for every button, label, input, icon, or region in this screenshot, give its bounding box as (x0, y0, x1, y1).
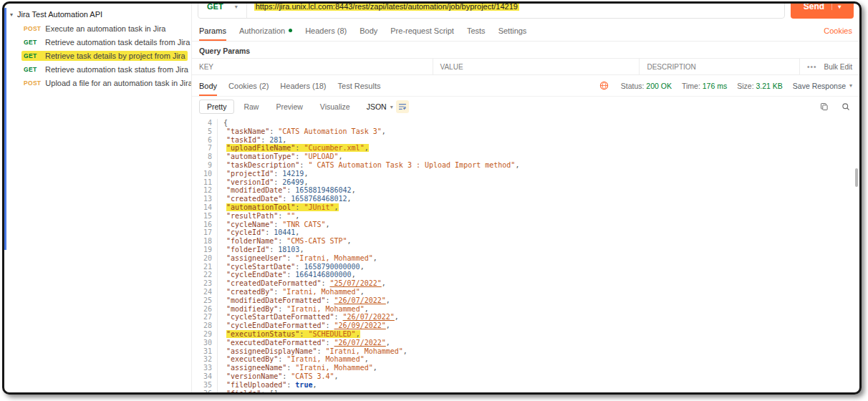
tab-authorization[interactable]: Authorization (239, 20, 292, 41)
main-panel: GET ▾ https://jira.unix.lcl.com:8443/res… (192, 4, 859, 392)
tab-headers-8[interactable]: Headers (8) (305, 20, 347, 41)
line-number: 34 (192, 372, 218, 381)
query-params-label: Query Params (192, 42, 859, 58)
line-number: 22 (192, 271, 218, 279)
vertical-scrollbar[interactable] (855, 168, 858, 187)
response-meta: BodyCookies (2)Headers (18)Test Results … (192, 75, 859, 97)
response-stats: Status: 200 OK Time: 176 ms Size: 3.21 K… (598, 79, 852, 92)
tab-tests[interactable]: Tests (467, 20, 486, 41)
response-tab-headers-18[interactable]: Headers (18) (280, 75, 326, 96)
code-line: 7"uploadFileName": "Cucumber.xml", (192, 144, 859, 153)
code-line: 26"modifiedBy": "Iratni, Mohammed", (192, 305, 859, 314)
request-tabs: ParamsAuthorizationHeaders (8)BodyPre-re… (192, 20, 859, 42)
sidebar-item-upload-a-file-for-an-automation-task-in-jira-ko[interactable]: POSTUpload a file for an automation task… (4, 76, 191, 90)
url-input[interactable]: https://jira.unix.lcl.com:8443/rest/zapi… (247, 4, 519, 11)
code-line: 4{ (192, 119, 859, 127)
line-number: 18 (192, 237, 218, 246)
line-number: 23 (192, 279, 218, 288)
collection-name: Jira Test Automation API (17, 10, 102, 19)
code-line: 34"versionName": "CATS 3.4", (192, 372, 859, 381)
sidebar-item-retrieve-automation-task-status-from-jira[interactable]: GETRetrieve automation task status from … (4, 62, 191, 76)
tab-settings[interactable]: Settings (498, 20, 527, 41)
view-tab-raw[interactable]: Raw (236, 100, 266, 114)
status-badge: Status: 200 OK (621, 82, 672, 90)
line-number: 14 (192, 203, 218, 212)
tab-params[interactable]: Params (199, 20, 226, 41)
send-dropdown-icon[interactable]: ▾ (831, 4, 841, 10)
chevron-down-icon: ▾ (235, 4, 238, 10)
code-line: 17"cycleId": 10441, (192, 228, 859, 237)
copy-icon[interactable] (818, 100, 831, 113)
request-name: Execute an automation task in Jira (45, 24, 165, 33)
method-selector[interactable]: GET ▾ (198, 4, 247, 18)
column-header-value[interactable]: VALUE (433, 59, 640, 74)
format-dropdown[interactable]: JSON ▾ (367, 102, 393, 111)
code-line: 28"cycleEndDateFormatted": "26/09/2022", (192, 322, 859, 330)
line-number: 19 (192, 246, 218, 254)
code-line: 30"executedDateFormatted": "26/07/2022", (192, 339, 859, 347)
line-number: 17 (192, 228, 218, 237)
response-tab-test-results[interactable]: Test Results (338, 75, 381, 96)
send-button[interactable]: Send ▾ (791, 4, 854, 19)
code-line: 32"executedBy": "Iratni, Mohammed", (192, 355, 859, 364)
view-tab-visualize[interactable]: Visualize (312, 100, 358, 114)
column-header-description[interactable]: DESCRIPTION (639, 59, 799, 74)
method-badge: GET (24, 52, 41, 59)
url-box: GET ▾ https://jira.unix.lcl.com:8443/res… (198, 4, 785, 19)
tab-body[interactable]: Body (360, 20, 377, 41)
code-line: 8"automationType": "UPLOAD", (192, 153, 859, 161)
tab-pre-request-script[interactable]: Pre-request Script (390, 20, 454, 41)
code-line: 24"createdBy": "Iratni, Mohammed", (192, 288, 859, 296)
line-number: 4 (192, 119, 218, 127)
format-label: JSON (367, 102, 387, 111)
collection-row[interactable]: ▾ Jira Test Automation API (4, 9, 191, 21)
save-response-button[interactable]: Save Response ▾ (793, 82, 852, 90)
line-number: 9 (192, 161, 218, 170)
sidebar-scroll-indicator (4, 8, 6, 250)
response-toolbar: PrettyRawPreviewVisualize JSON ▾ (192, 97, 859, 117)
sidebar-item-execute-an-automation-task-in-jira[interactable]: POSTExecute an automation task in Jira (4, 21, 191, 35)
code-line: 35"fileUploaded": true, (192, 381, 859, 390)
line-number: 6 (192, 136, 218, 145)
code-line: 19"folderId": 18103, (192, 246, 859, 254)
line-number: 21 (192, 263, 218, 271)
sidebar-item-retrieve-task-details-by-project-from-jira[interactable]: GETRetrieve task details by project from… (4, 49, 191, 62)
search-icon[interactable] (839, 100, 852, 113)
network-icon[interactable] (598, 79, 611, 92)
code-line: 13"createdDate": 1658768468012, (192, 195, 859, 203)
line-number: 12 (192, 186, 218, 195)
code-line: 6"taskId": 281, (192, 136, 859, 145)
column-header-key[interactable]: KEY (192, 59, 433, 74)
screenshot-canvas: ▾ Jira Test Automation API POSTExecute a… (0, 0, 868, 401)
line-number: 36 (192, 390, 218, 393)
url-bar: GET ▾ https://jira.unix.lcl.com:8443/res… (192, 4, 859, 20)
chevron-down-icon: ▾ (10, 11, 13, 18)
response-body[interactable]: 4{5"taskName": "CATS Automation Task 3",… (192, 117, 859, 392)
word-wrap-icon[interactable] (396, 100, 409, 113)
method-badge: POST (24, 25, 41, 32)
code-line: 22"cycleEndDate": 1664146800000, (192, 271, 859, 279)
code-line: 5"taskName": "CATS Automation Task 3", (192, 127, 859, 136)
view-tab-preview[interactable]: Preview (268, 100, 310, 114)
code-line: 29"executionStatus": "SCHEDULED", (192, 330, 859, 339)
query-params-table: KEY VALUE DESCRIPTION ••• Bulk Edit (192, 58, 859, 75)
response-tab-body[interactable]: Body (199, 75, 217, 96)
code-line: 10"projectId": 14219, (192, 170, 859, 178)
chevron-down-icon: ▾ (390, 104, 393, 110)
view-tab-pretty[interactable]: Pretty (199, 100, 234, 114)
bulk-edit-button[interactable]: Bulk Edit (824, 63, 852, 71)
cookies-link[interactable]: Cookies (824, 26, 852, 35)
line-number: 16 (192, 221, 218, 229)
code-line: 11"versionId": 26499, (192, 178, 859, 187)
response-tab-cookies-2[interactable]: Cookies (2) (228, 75, 269, 96)
more-options-icon[interactable]: ••• (807, 63, 817, 71)
sidebar-item-retrieve-automation-task-details-from-jira[interactable]: GETRetrieve automation task details from… (4, 35, 191, 49)
code-line: 23"createdDateFormatted": "25/07/2022", (192, 279, 859, 288)
code-line: 36"fields": [] (192, 390, 859, 393)
line-number: 20 (192, 254, 218, 263)
method-label: GET (207, 4, 223, 11)
code-line: 20"assigneeUser": "Iratni, Mohammed", (192, 254, 859, 263)
code-line: 21"cycleStartDate": 1658790000000, (192, 263, 859, 271)
line-number: 27 (192, 313, 218, 322)
line-number: 28 (192, 322, 218, 330)
